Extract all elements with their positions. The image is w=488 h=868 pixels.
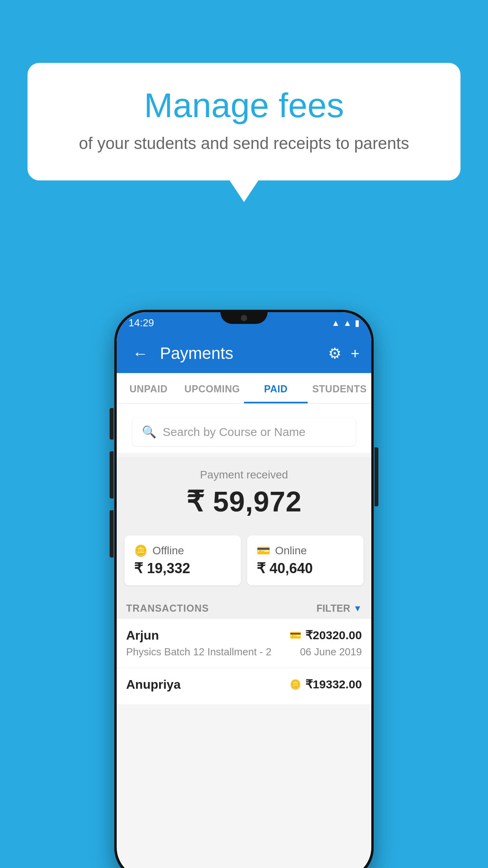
tab-unpaid[interactable]: UNPAID xyxy=(117,373,180,403)
offline-card-header: 🪙 Offline xyxy=(134,544,231,557)
side-btn-mute xyxy=(110,510,114,557)
online-card: 💳 Online ₹ 40,640 xyxy=(247,535,363,585)
transaction-row-top: Arjun 💳 ₹20320.00 xyxy=(126,628,362,643)
offline-label: Offline xyxy=(152,544,184,557)
payment-cards: 🪙 Offline ₹ 19,332 💳 Online ₹ 40,640 xyxy=(117,528,371,595)
app-bar-actions: ⚙ + xyxy=(328,345,360,362)
transactions-header: TRANSACTIONS FILTER ▼ xyxy=(117,595,371,619)
wifi-icon: ▲ xyxy=(331,318,340,328)
offline-icon: 🪙 xyxy=(134,544,148,557)
battery-icon: ▮ xyxy=(355,318,360,328)
content-area: UNPAID UPCOMING PAID STUDENTS 🔍 Search b… xyxy=(117,373,371,868)
course-info: Physics Batch 12 Installment - 2 xyxy=(126,646,272,658)
transaction-amount: ₹20320.00 xyxy=(305,628,362,642)
back-button[interactable]: ← xyxy=(128,341,152,366)
payment-received-label: Payment received xyxy=(128,469,360,481)
payment-received-section: Payment received ₹ 59,972 xyxy=(117,457,371,528)
tab-upcoming[interactable]: UPCOMING xyxy=(180,373,244,403)
search-input[interactable]: Search by Course or Name xyxy=(163,425,306,439)
transaction-row-top-2: Anupriya 🪙 ₹19332.00 xyxy=(126,677,362,692)
side-btn-vol-down xyxy=(110,451,114,498)
filter-button[interactable]: FILTER ▼ xyxy=(317,603,362,614)
online-card-header: 💳 Online xyxy=(257,544,354,557)
transaction-date: 06 June 2019 xyxy=(300,646,362,658)
transaction-row[interactable]: Arjun 💳 ₹20320.00 Physics Batch 12 Insta… xyxy=(117,619,371,668)
payment-received-amount: ₹ 59,972 xyxy=(128,485,360,518)
side-btn-vol-up xyxy=(110,408,114,440)
transactions-label: TRANSACTIONS xyxy=(126,603,209,614)
search-bar[interactable]: 🔍 Search by Course or Name xyxy=(132,418,356,446)
camera-dot xyxy=(241,315,247,321)
payment-online-icon: 💳 xyxy=(290,630,301,641)
speech-bubble-container: Manage fees of your students and send re… xyxy=(28,63,460,180)
online-icon: 💳 xyxy=(257,544,270,557)
status-time: 14:29 xyxy=(128,317,154,329)
add-button[interactable]: + xyxy=(351,345,360,362)
phone-frame: 14:29 ▲ ▲ ▮ ← Payments ⚙ + UNPAID xyxy=(114,310,374,868)
payment-offline-icon: 🪙 xyxy=(290,679,301,690)
transaction-row-bottom: Physics Batch 12 Installment - 2 06 June… xyxy=(126,646,362,658)
student-name: Arjun xyxy=(126,628,159,643)
search-icon: 🔍 xyxy=(142,425,156,439)
phone-notch xyxy=(220,312,268,324)
phone-inner: 14:29 ▲ ▲ ▮ ← Payments ⚙ + UNPAID xyxy=(117,312,371,868)
filter-label: FILTER xyxy=(317,603,350,614)
tab-bar: UNPAID UPCOMING PAID STUDENTS xyxy=(117,373,371,404)
speech-bubble: Manage fees of your students and send re… xyxy=(28,63,460,180)
settings-button[interactable]: ⚙ xyxy=(328,345,341,362)
online-label: Online xyxy=(275,544,307,557)
app-bar: ← Payments ⚙ + xyxy=(117,334,371,373)
bubble-subtitle: of your students and send receipts to pa… xyxy=(59,134,429,153)
tab-paid[interactable]: PAID xyxy=(244,373,308,403)
side-btn-power xyxy=(374,447,378,506)
signal-icon: ▲ xyxy=(343,318,352,328)
offline-amount: ₹ 19,332 xyxy=(134,560,231,577)
bubble-title: Manage fees xyxy=(59,86,429,125)
tab-students[interactable]: STUDENTS xyxy=(308,373,371,403)
transaction-amount-wrap-2: 🪙 ₹19332.00 xyxy=(290,677,362,691)
student-name-2: Anupriya xyxy=(126,677,181,692)
search-area: 🔍 Search by Course or Name xyxy=(117,404,371,453)
transaction-amount-2: ₹19332.00 xyxy=(305,677,362,691)
status-icons: ▲ ▲ ▮ xyxy=(331,318,360,328)
transaction-row[interactable]: Anupriya 🪙 ₹19332.00 xyxy=(117,668,371,705)
filter-icon: ▼ xyxy=(353,603,362,614)
app-bar-title: Payments xyxy=(160,344,320,363)
online-amount: ₹ 40,640 xyxy=(257,560,354,577)
transaction-amount-wrap: 💳 ₹20320.00 xyxy=(290,628,362,642)
offline-card: 🪙 Offline ₹ 19,332 xyxy=(125,535,241,585)
